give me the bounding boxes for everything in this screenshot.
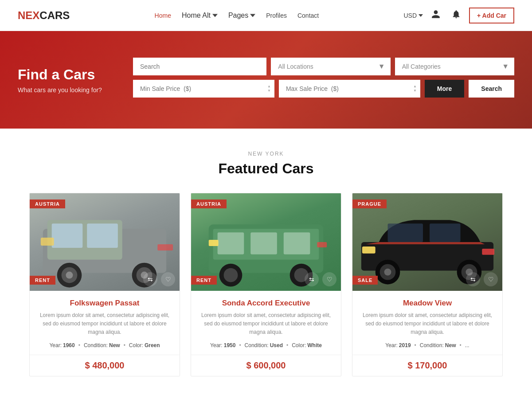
nav-home-alt[interactable]: Home Alt [182,12,218,20]
featured-title: Featured Cars [18,160,514,177]
svg-point-28 [384,269,391,276]
spin-up-icon[interactable]: ▲ [267,85,271,88]
car-card-3: PRAGUE SALE ⇆ ♡ Meadow View Lorem ipsum … [352,193,503,376]
svg-rect-24 [388,223,423,242]
card-image-2: AUSTRIA RENT ⇆ ♡ [191,193,341,291]
cars-grid: AUSTRIA RENT ⇆ ♡ Folkswagen Passat Lorem… [18,193,514,376]
card-image-3: PRAGUE SALE ⇆ ♡ [352,193,502,291]
more-button[interactable]: More [425,80,464,98]
car-title-1: Folkswagen Passat [38,299,172,308]
car-color-1: Color: Green [129,342,160,348]
svg-rect-33 [482,249,494,255]
svg-rect-22 [317,242,327,247]
search-button[interactable]: Search [469,80,514,98]
favorite-button-3[interactable]: ♡ [484,272,498,286]
featured-section: NEW YORK Featured Cars [0,129,532,394]
car-title-2: Sonda Accord Executive [199,299,333,308]
compare-button-2[interactable]: ⇆ [305,272,319,286]
spin-down-icon[interactable]: ▼ [267,89,271,93]
card-body-1: Folkswagen Passat Lorem ipsum dolor sit … [30,291,180,355]
hero-text: Find a Cars What cars are you looking fo… [18,66,106,94]
hero-subtitle: What cars are you looking for? [18,86,106,94]
svg-point-6 [66,272,73,279]
hero-section: Find a Cars What cars are you looking fo… [0,31,532,129]
car-extra-3: ... [465,342,469,348]
chevron-down-icon [212,13,218,18]
max-price-input[interactable] [279,80,420,98]
bell-icon [451,9,461,19]
categories-select[interactable]: All Categories [395,58,514,75]
compare-button-3[interactable]: ⇆ [466,272,480,286]
search-row-1: All Locations ▼ All Categories ▼ [133,58,514,75]
nav-contact[interactable]: Contact [297,12,319,19]
search-panel: All Locations ▼ All Categories ▼ ▲ ▼ [133,58,514,102]
search-row-2: ▲ ▼ ▲ ▼ More Search [133,80,514,98]
locations-select[interactable]: All Locations [271,58,390,75]
svg-rect-21 [209,240,219,246]
favorite-button-2[interactable]: ♡ [322,272,336,286]
search-input[interactable] [133,58,266,75]
car-price-3: $ 170,000 [408,360,447,370]
svg-rect-10 [41,238,54,246]
min-price-wrapper: ▲ ▼ [133,80,274,98]
card-image-1: AUSTRIA RENT ⇆ ♡ [30,193,180,291]
nav-actions: USD + Add Car [403,7,514,24]
add-car-button[interactable]: + Add Car [469,8,514,23]
car-meta-2: Year: 1950 • Condition: Used • Color: Wh… [199,342,333,348]
svg-rect-2 [52,223,83,248]
navbar: NEXCARS Home Home Alt Pages Profiles Con… [0,0,532,31]
spin-down-icon[interactable]: ▼ [413,89,417,93]
svg-rect-15 [250,232,277,254]
car-color-2: Color: White [292,342,322,348]
svg-rect-14 [218,232,244,254]
svg-rect-3 [87,223,118,248]
chevron-down-icon [250,13,255,18]
favorite-button-1[interactable]: ♡ [161,272,175,286]
max-price-wrapper: ▲ ▼ [279,80,420,98]
chevron-down-icon [419,14,423,17]
type-badge-2: RENT [191,276,217,285]
card-body-3: Meadow View Lorem ipsum dolor sit amet, … [352,291,502,355]
nav-pages[interactable]: Pages [228,12,255,20]
nav-home[interactable]: Home [155,12,171,19]
categories-select-wrapper: All Categories ▼ [395,58,514,75]
spin-up-icon[interactable]: ▲ [413,85,417,88]
locations-select-wrapper: All Locations ▼ [271,58,390,75]
min-price-spin: ▲ ▼ [267,85,271,93]
logo[interactable]: NEXCARS [18,9,70,22]
card-actions-1: ⇆ ♡ [143,272,175,286]
logo-part2: CARS [39,9,70,21]
car-year-1: Year: 1960 [49,342,74,348]
location-badge-3: PRAGUE [352,200,387,208]
car-desc-2: Lorem ipsum dolor sit amet, consectetur … [199,311,333,337]
car-price-1: $ 480,000 [85,360,125,370]
card-actions-3: ⇆ ♡ [466,272,498,286]
hero-title: Find a Cars [18,66,106,83]
car-desc-3: Lorem ipsum dolor sit amet, consectetur … [360,311,494,337]
compare-button-1[interactable]: ⇆ [143,272,157,286]
card-footer-1: $ 480,000 [30,355,180,376]
user-icon [431,9,441,19]
car-condition-2: Condition: Used [245,342,283,348]
logo-part1: NEX [18,9,39,21]
car-desc-1: Lorem ipsum dolor sit amet, consectetur … [38,311,172,337]
location-badge-1: AUSTRIA [30,200,65,208]
card-actions-2: ⇆ ♡ [305,272,336,286]
nav-profiles[interactable]: Profiles [266,12,287,19]
svg-rect-16 [284,232,310,254]
notification-icon-button[interactable] [449,7,464,24]
svg-rect-25 [430,223,461,242]
user-icon-button[interactable] [428,7,443,24]
car-meta-1: Year: 1960 • Condition: New • Color: Gre… [38,342,172,348]
card-footer-3: $ 170,000 [352,355,502,376]
car-card-1: AUSTRIA RENT ⇆ ♡ Folkswagen Passat Lorem… [29,193,180,376]
car-card-2: AUSTRIA RENT ⇆ ♡ Sonda Accord Executive … [191,193,341,376]
car-price-2: $ 600,000 [246,360,286,370]
type-badge-3: SALE [352,276,378,285]
car-year-2: Year: 1950 [210,342,235,348]
currency-selector[interactable]: USD [403,12,423,19]
car-year-3: Year: 2019 [385,342,411,348]
min-price-input[interactable] [133,80,274,98]
card-footer-2: $ 600,000 [191,355,341,376]
popular-section: MOST VIEWED Popular Car Types [0,394,532,399]
